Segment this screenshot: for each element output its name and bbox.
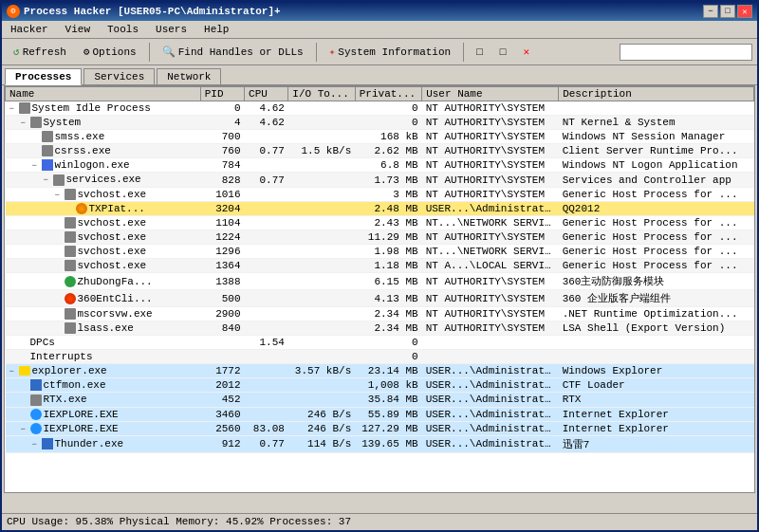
close-windows-button[interactable]: ✕ <box>516 43 536 61</box>
expand-icon[interactable]: − <box>32 440 42 449</box>
window-btn-1[interactable]: □ <box>470 44 490 61</box>
process-priv: 139.65 MB <box>355 435 421 452</box>
process-desc: Generic Host Process for ... <box>559 187 754 201</box>
process-priv: 1.18 MB <box>355 259 421 273</box>
process-cpu: 4.62 <box>245 101 288 116</box>
process-icon <box>30 379 42 391</box>
title-bar-left: ⚙ Process Hacker [USER05-PC\Administrato… <box>7 5 281 18</box>
process-cpu: 0.77 <box>245 144 288 158</box>
table-row[interactable]: −svchost.exe10163 MBNT AUTHORITY\SYSTEMG… <box>6 187 754 201</box>
col-name[interactable]: Name <box>6 87 201 101</box>
process-table-wrapper[interactable]: Name PID CPU I/O To... Privat... User Na… <box>4 85 755 493</box>
table-row[interactable]: Interrupts0 <box>6 350 754 364</box>
close-windows-icon: ✕ <box>523 46 529 58</box>
process-pid: 912 <box>200 435 244 452</box>
process-cpu <box>245 244 288 258</box>
table-row[interactable]: IEXPLORE.EXE3460246 B/s55.89 MBUSER...\A… <box>6 407 754 421</box>
process-io <box>288 187 355 201</box>
expand-icon[interactable]: − <box>32 161 42 171</box>
table-row[interactable]: csrss.exe7600.771.5 kB/s2.62 MBNT AUTHOR… <box>6 144 754 158</box>
sysinfo-button[interactable]: ✦ System Information <box>323 43 457 61</box>
table-row[interactable]: −IEXPLORE.EXE256083.08246 B/s127.29 MBUS… <box>6 421 754 435</box>
table-row[interactable]: ctfmon.exe20121,008 kBUSER...\Administra… <box>6 378 754 393</box>
table-row[interactable]: DPCs1.540 <box>6 336 754 350</box>
process-cpu <box>245 158 288 173</box>
app-icon: ⚙ <box>7 5 20 18</box>
table-row[interactable]: TXPIat...32042.48 MBUSER...\Administrato… <box>6 201 754 215</box>
process-cpu <box>245 187 288 201</box>
col-io[interactable]: I/O To... <box>288 87 355 101</box>
maximize-button[interactable]: □ <box>720 5 735 18</box>
table-row[interactable]: mscorsvw.exe29002.34 MBNT AUTHORITY\SYST… <box>6 307 754 321</box>
find-handles-button[interactable]: 🔍 Find Handles or DLLs <box>156 43 310 61</box>
expand-icon[interactable]: − <box>9 104 19 114</box>
process-pid: 700 <box>200 130 244 144</box>
table-row[interactable]: −System44.620NT AUTHORITY\SYSTEMNT Kerne… <box>6 116 754 130</box>
process-user: USER...\Administrator <box>422 364 559 378</box>
tab-processes[interactable]: Processes <box>5 68 82 85</box>
col-priv[interactable]: Privat... <box>355 87 421 101</box>
window-title: Process Hacker [USER05-PC\Administrator]… <box>24 6 281 17</box>
col-cpu[interactable]: CPU <box>245 87 288 101</box>
menu-view[interactable]: View <box>62 23 94 36</box>
process-user: NT AUTHORITY\SYSTEM <box>422 273 559 290</box>
process-name: mscorsvw.exe <box>78 308 153 320</box>
table-row[interactable]: −System Idle Process04.620NT AUTHORITY\S… <box>6 101 754 116</box>
table-row[interactable]: RTX.exe45235.84 MBUSER...\AdministratorR… <box>6 393 754 407</box>
menu-users[interactable]: Users <box>152 23 191 36</box>
process-cpu: 83.08 <box>245 421 288 435</box>
col-pid[interactable]: PID <box>200 87 244 101</box>
process-desc: Windows NT Logon Application <box>559 158 754 173</box>
tab-services[interactable]: Services <box>83 68 155 84</box>
menu-help[interactable]: Help <box>200 23 232 36</box>
options-button[interactable]: ⚙ Options <box>77 43 143 61</box>
table-row[interactable]: 360EntCli...5004.13 MBNT AUTHORITY\SYSTE… <box>6 290 754 307</box>
process-cpu <box>245 393 288 407</box>
tab-network[interactable]: Network <box>157 68 221 84</box>
table-row[interactable]: −services.exe8280.771.73 MBNT AUTHORITY\… <box>6 173 754 187</box>
process-priv: 35.84 MB <box>355 393 421 407</box>
expand-icon[interactable]: − <box>21 119 30 128</box>
process-cpu <box>245 259 288 273</box>
col-user[interactable]: User Name <box>422 87 559 101</box>
process-desc: 360主动防御服务模块 <box>559 273 754 290</box>
menu-hacker[interactable]: Hacker <box>7 23 52 36</box>
table-row[interactable]: −Thunder.exe9120.77114 B/s139.65 MBUSER.… <box>6 435 754 452</box>
expand-icon[interactable]: − <box>9 367 19 376</box>
process-name: TXPIat... <box>89 203 145 214</box>
table-row[interactable]: smss.exe700168 kBNT AUTHORITY\SYSTEMWind… <box>6 130 754 144</box>
table-row[interactable]: lsass.exe8402.34 MBNT AUTHORITY\SYSTEMLS… <box>6 321 754 336</box>
process-io: 246 B/s <box>288 421 355 435</box>
col-desc[interactable]: Description <box>559 87 754 101</box>
process-pid: 2900 <box>200 307 244 321</box>
process-io <box>288 321 355 336</box>
process-user: NT AUTHORITY\SYSTEM <box>422 130 559 144</box>
table-row[interactable]: svchost.exe122411.29 MBNT AUTHORITY\SYST… <box>6 229 754 244</box>
process-cpu: 4.62 <box>245 116 288 130</box>
process-name: lsass.exe <box>78 322 134 334</box>
search-input[interactable] <box>620 44 752 61</box>
window-btn-2[interactable]: □ <box>493 44 513 61</box>
table-row[interactable]: svchost.exe12961.98 MBNT...\NETWORK SERV… <box>6 244 754 258</box>
menu-tools[interactable]: Tools <box>103 23 142 36</box>
table-row[interactable]: −winlogon.exe7846.8 MBNT AUTHORITY\SYSTE… <box>6 158 754 173</box>
expand-icon[interactable]: − <box>21 425 30 434</box>
table-row[interactable]: svchost.exe11042.43 MBNT...\NETWORK SERV… <box>6 215 754 229</box>
expand-icon[interactable]: − <box>55 191 65 200</box>
process-user: NT AUTHORITY\SYSTEM <box>422 116 559 130</box>
process-pid: 1224 <box>200 229 244 244</box>
toolbar-sep-2 <box>316 43 317 62</box>
process-icon <box>42 438 53 449</box>
refresh-button[interactable]: ↺ Refresh <box>7 43 73 61</box>
close-button[interactable]: ✕ <box>737 5 752 18</box>
process-icon <box>65 308 76 320</box>
expand-icon[interactable]: − <box>44 175 53 185</box>
minimize-button[interactable]: − <box>703 5 718 18</box>
process-priv: 2.34 MB <box>355 321 421 336</box>
process-pid: 2560 <box>200 421 244 435</box>
process-cpu <box>245 290 288 307</box>
process-priv: 0 <box>355 116 421 130</box>
table-row[interactable]: −explorer.exe17723.57 kB/s23.14 MBUSER..… <box>6 364 754 378</box>
table-row[interactable]: ZhuDongFa...13886.15 MBNT AUTHORITY\SYST… <box>6 273 754 290</box>
table-row[interactable]: svchost.exe13641.18 MBNT A...\LOCAL SERV… <box>6 259 754 273</box>
